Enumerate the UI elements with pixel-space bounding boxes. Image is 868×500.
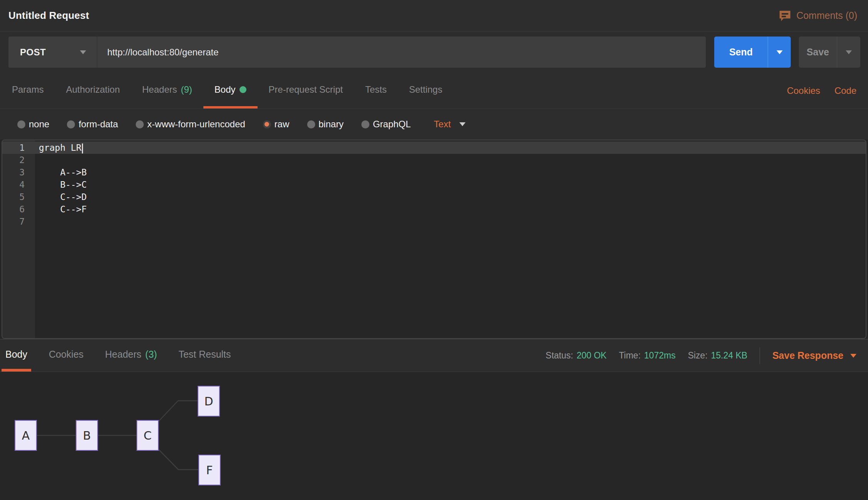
- raw-format-select[interactable]: Text: [434, 119, 466, 130]
- chevron-down-icon: [80, 50, 86, 54]
- radio-raw[interactable]: raw: [263, 119, 289, 130]
- url-box: POST: [8, 37, 706, 68]
- mermaid-graph: A B C D F: [0, 372, 269, 500]
- radio-form-data[interactable]: form-data: [67, 119, 118, 130]
- editor-line: 2: [2, 154, 866, 166]
- request-tabs-row: Params Authorization Headers (9) Body Pr…: [0, 73, 868, 109]
- graph-node-c: C: [136, 420, 159, 451]
- radio-circle: [67, 120, 75, 128]
- graph-node-d: D: [198, 386, 220, 417]
- editor-line: 3 A-->B: [2, 166, 866, 178]
- tab-tests[interactable]: Tests: [354, 73, 398, 108]
- send-button-group: Send: [714, 37, 791, 68]
- response-tab-test-results[interactable]: Test Results: [175, 340, 234, 372]
- comments-label: Comments (0): [796, 10, 857, 21]
- graph-node-b: B: [76, 420, 98, 451]
- cookies-link[interactable]: Cookies: [787, 85, 820, 96]
- editor-line: 5 C-->D: [2, 191, 866, 203]
- response-tab-cookies[interactable]: Cookies: [45, 340, 87, 372]
- editor-line: 1 graph LR: [2, 142, 866, 154]
- code-link[interactable]: Code: [835, 85, 856, 96]
- status-pair: Status: 200 OK: [545, 350, 607, 361]
- editor-lines: 1 graph LR 2 3 A-->B 4 B-->C 5 C-->D 6 C…: [2, 140, 866, 228]
- radio-circle: [136, 120, 144, 128]
- tab-headers[interactable]: Headers (9): [131, 73, 203, 108]
- graph-node-a: A: [15, 420, 37, 451]
- headers-count: (9): [181, 84, 192, 95]
- edge-c-d: [159, 401, 198, 421]
- divider: [760, 347, 760, 364]
- send-options-button[interactable]: [768, 37, 791, 68]
- tab-authorization[interactable]: Authorization: [55, 73, 131, 108]
- radio-x-www-form-urlencoded[interactable]: x-www-form-urlencoded: [136, 119, 245, 130]
- status-value: 200 OK: [577, 350, 607, 361]
- status-label: Status:: [545, 350, 573, 361]
- page-title: Untitled Request: [8, 10, 89, 22]
- editor-line: 6 C-->F: [2, 203, 866, 215]
- time-value: 1072ms: [644, 350, 676, 361]
- time-pair: Time: 1072ms: [619, 350, 675, 361]
- tab-params[interactable]: Params: [1, 73, 55, 108]
- tab-body[interactable]: Body: [203, 73, 258, 108]
- radio-circle: [361, 120, 369, 128]
- request-body-editor[interactable]: 1 graph LR 2 3 A-->B 4 B-->C 5 C-->D 6 C…: [2, 140, 866, 339]
- title-bar: Untitled Request Comments (0): [0, 0, 868, 32]
- request-bar: POST Send Save: [0, 32, 868, 73]
- save-response-button[interactable]: Save Response: [772, 350, 856, 361]
- chevron-down-icon: [850, 354, 856, 358]
- save-options-button[interactable]: [837, 37, 860, 68]
- comment-icon: [779, 10, 791, 22]
- chevron-down-icon: [777, 50, 783, 54]
- tab-settings[interactable]: Settings: [398, 73, 454, 108]
- response-meta: Status: 200 OK Time: 1072ms Size: 15.24 …: [545, 340, 856, 372]
- body-modified-dot: [239, 86, 246, 93]
- request-tabs-links: Cookies Code: [787, 73, 856, 108]
- format-label: Text: [434, 119, 451, 130]
- size-pair: Size: 15.24 KB: [688, 350, 747, 361]
- method-label: POST: [20, 47, 46, 58]
- send-button[interactable]: Send: [714, 37, 768, 68]
- radio-circle: [307, 120, 315, 128]
- edge-c-f: [159, 450, 198, 470]
- comments-button[interactable]: Comments (0): [779, 10, 857, 22]
- response-header: Body Cookies Headers (3) Test Results St…: [0, 339, 868, 372]
- radio-binary[interactable]: binary: [307, 119, 344, 130]
- response-headers-count: (3): [145, 349, 157, 360]
- text-cursor: [82, 143, 83, 153]
- response-tab-body[interactable]: Body: [2, 340, 31, 372]
- size-value: 15.24 KB: [711, 350, 748, 361]
- radio-graphql[interactable]: GraphQL: [361, 119, 411, 130]
- tab-pre-request-script[interactable]: Pre-request Script: [258, 73, 354, 108]
- time-label: Time:: [619, 350, 641, 361]
- save-button-group: Save: [799, 37, 860, 68]
- body-mode-row: none form-data x-www-form-urlencoded raw…: [0, 109, 868, 140]
- radio-circle: [17, 120, 25, 128]
- chevron-down-icon: [459, 122, 466, 126]
- radio-circle-selected: [263, 120, 271, 128]
- method-select[interactable]: POST: [8, 37, 97, 68]
- save-button[interactable]: Save: [799, 37, 837, 68]
- graph-edges: [0, 372, 269, 500]
- chevron-down-icon: [846, 50, 852, 54]
- graph-node-f: F: [198, 455, 221, 485]
- url-input[interactable]: [97, 37, 706, 68]
- response-tab-headers[interactable]: Headers (3): [101, 340, 161, 372]
- request-tabs: Params Authorization Headers (9) Body Pr…: [1, 73, 454, 108]
- response-tabs: Body Cookies Headers (3) Test Results: [2, 340, 249, 372]
- editor-line: 7: [2, 215, 866, 228]
- size-label: Size:: [688, 350, 707, 361]
- radio-none[interactable]: none: [17, 119, 49, 130]
- editor-line: 4 B-->C: [2, 178, 866, 191]
- response-body: A B C D F: [0, 372, 868, 500]
